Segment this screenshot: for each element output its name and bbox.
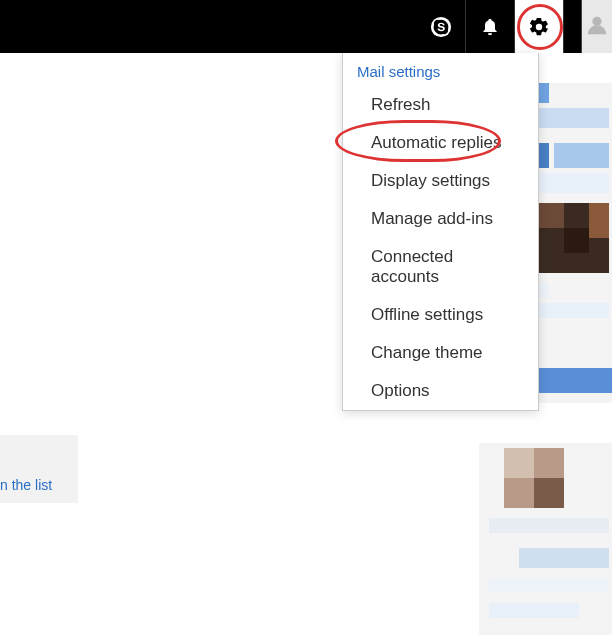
top-bar	[0, 0, 612, 53]
partial-text-box: n the list	[0, 435, 78, 503]
settings-menu: Mail settings Refresh Automatic replies …	[342, 53, 539, 411]
menu-item-automatic-replies[interactable]: Automatic replies	[343, 124, 538, 162]
menu-item-manage-addins[interactable]: Manage add-ins	[343, 200, 538, 238]
partial-text: n the list	[0, 477, 52, 493]
menu-item-display-settings[interactable]: Display settings	[343, 162, 538, 200]
notifications-button[interactable]	[466, 0, 514, 53]
menu-item-offline-settings[interactable]: Offline settings	[343, 296, 538, 334]
menu-item-options[interactable]: Options	[343, 372, 538, 410]
menu-item-refresh[interactable]: Refresh	[343, 86, 538, 124]
bell-icon	[480, 17, 500, 37]
menu-header: Mail settings	[343, 53, 538, 86]
settings-button[interactable]	[515, 0, 563, 53]
skype-button[interactable]	[417, 0, 465, 53]
menu-item-change-theme[interactable]: Change theme	[343, 334, 538, 372]
menu-item-connected-accounts[interactable]: Connected accounts	[343, 238, 538, 296]
person-icon	[586, 14, 608, 40]
svg-point-6	[592, 16, 601, 25]
account-button[interactable]	[581, 0, 612, 53]
skype-icon	[430, 16, 452, 38]
menu-item-label: Automatic replies	[371, 133, 501, 152]
gear-icon	[528, 16, 550, 38]
